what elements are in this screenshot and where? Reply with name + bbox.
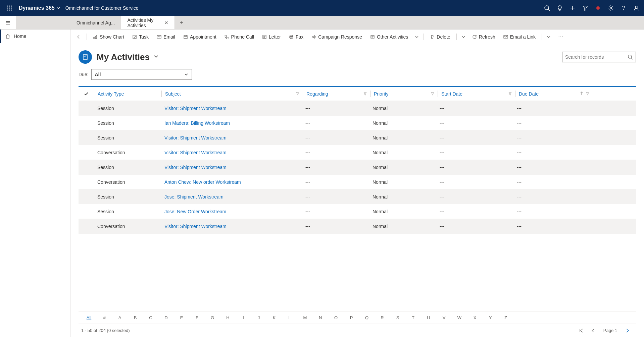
gear-icon[interactable] [604,0,617,16]
first-page-button[interactable] [575,325,587,336]
column-priority[interactable]: Priority [370,91,438,97]
email-link-chevron[interactable] [545,32,553,42]
filter-icon[interactable] [579,0,592,16]
table-row[interactable]: ConversationAnton Chew: New order Workst… [79,175,636,189]
alpha-e[interactable]: E [174,315,189,320]
filter-icon[interactable] [431,91,434,97]
alpha-z[interactable]: Z [498,315,513,320]
due-select[interactable]: All [91,69,192,80]
filter-icon[interactable] [586,91,589,97]
sidebar-item-home[interactable]: Home [0,30,70,43]
alpha-k[interactable]: K [266,315,282,320]
record-icon[interactable] [592,0,604,16]
campaign-response-button[interactable]: Campaign Response [308,32,365,42]
alpha-g[interactable]: G [205,315,220,320]
view-selector-chevron[interactable] [154,54,158,60]
alpha-o[interactable]: O [328,315,344,320]
add-icon[interactable] [566,0,579,16]
grid-body[interactable]: SessionVisitor: Shipment Workstream---No… [79,101,636,312]
alpha-all[interactable]: All [81,315,97,320]
subject-link[interactable]: Visitor: Shipment Workstream [164,224,227,229]
lightbulb-icon[interactable] [553,0,566,16]
user-icon[interactable] [630,0,643,16]
alpha-m[interactable]: M [297,315,313,320]
alpha-f[interactable]: F [189,315,205,320]
table-row[interactable]: SessionVisitor: Shipment Workstream---No… [79,130,636,145]
alpha-a[interactable]: A [112,315,128,320]
search-records-input[interactable] [562,52,636,62]
alpha-d[interactable]: D [158,315,174,320]
column-start-date[interactable]: Start Date [438,91,515,97]
tab-omnichannel-agent[interactable]: Omnichannel Ag... [70,16,121,29]
subject-link[interactable]: Visitor: Shipment Workstream [164,165,227,170]
table-row[interactable]: ConversationVisitor: Shipment Workstream… [79,145,636,160]
column-subject[interactable]: Subject [162,91,303,97]
appointment-button[interactable]: Appointment [180,32,220,42]
alpha-n[interactable]: N [313,315,328,320]
help-icon[interactable] [617,0,630,16]
alpha-x[interactable]: X [467,315,483,320]
alpha-j[interactable]: J [251,315,266,320]
close-icon[interactable]: ✕ [164,20,168,25]
alpha-c[interactable]: C [143,315,158,320]
filter-icon[interactable] [363,91,367,97]
alpha-u[interactable]: U [421,315,436,320]
alpha-s[interactable]: S [390,315,405,320]
table-row[interactable]: SessionJose: Shipment Workstream---Norma… [79,189,636,204]
alpha-h[interactable]: H [220,315,236,320]
subject-link[interactable]: Anton Chew: New order Workstream [164,179,241,185]
fax-button[interactable]: Fax [286,32,307,42]
task-button[interactable]: Task [129,32,152,42]
subject-link[interactable]: Ian Madera: Billing Workstream [164,120,230,126]
subject-link[interactable]: Visitor: Shipment Workstream [164,150,227,155]
app-launcher-icon[interactable] [1,0,17,16]
tab-activities[interactable]: Activities My Activities ✕ [121,16,175,29]
email-link-button[interactable]: Email a Link [500,32,539,42]
alpha-p[interactable]: P [344,315,359,320]
alpha-y[interactable]: Y [483,315,498,320]
subject-link[interactable]: Visitor: Shipment Workstream [164,106,227,111]
filter-icon[interactable] [296,91,299,97]
other-activities-button[interactable]: Other Activities [367,32,411,42]
alpha-#[interactable]: # [97,315,112,320]
alpha-l[interactable]: L [282,315,297,320]
refresh-button[interactable]: Refresh [469,32,499,42]
alpha-t[interactable]: T [405,315,421,320]
delete-button[interactable]: Delete [427,32,453,42]
delete-chevron[interactable] [459,32,467,42]
add-tab-button[interactable]: ＋ [175,16,188,29]
sort-asc-icon[interactable] [580,91,583,97]
alpha-v[interactable]: V [436,315,452,320]
prev-page-button[interactable] [587,325,599,336]
subject-link[interactable]: Jose: New Order Workstream [164,209,226,214]
select-all-checkbox[interactable] [79,92,94,96]
overflow-button[interactable]: ⋯ [555,34,566,40]
table-row[interactable]: SessionVisitor: Shipment Workstream---No… [79,160,636,175]
other-activities-chevron[interactable] [413,32,421,42]
show-chart-button[interactable]: Show Chart [90,32,128,42]
alpha-r[interactable]: R [375,315,390,320]
email-button[interactable]: Email [153,32,179,42]
table-row[interactable]: SessionVisitor: Shipment Workstream---No… [79,101,636,116]
table-row[interactable]: SessionJose: New Order Workstream---Norm… [79,204,636,219]
filter-icon[interactable] [508,91,512,97]
alpha-w[interactable]: W [452,315,467,320]
brand-dropdown[interactable]: Dynamics 365 [19,5,60,11]
column-regarding[interactable]: Regarding [303,91,370,97]
table-row[interactable]: ConversationVisitor: Shipment Workstream… [79,219,636,234]
back-button[interactable] [73,32,84,42]
nav-toggle-icon[interactable] [0,16,16,29]
search-field[interactable] [565,54,628,60]
letter-button[interactable]: Letter [259,32,284,42]
next-page-button[interactable] [621,325,633,336]
alpha-q[interactable]: Q [359,315,375,320]
phone-call-button[interactable]: Phone Call [221,32,258,42]
alpha-b[interactable]: B [128,315,143,320]
alpha-i[interactable]: I [236,315,251,320]
column-due-date[interactable]: Due Date [515,91,593,97]
column-activity-type[interactable]: Activity Type [94,91,161,97]
search-icon[interactable] [541,0,553,16]
subject-link[interactable]: Visitor: Shipment Workstream [164,135,227,141]
subject-link[interactable]: Jose: Shipment Workstream [164,194,224,200]
table-row[interactable]: SessionIan Madera: Billing Workstream---… [79,116,636,130]
